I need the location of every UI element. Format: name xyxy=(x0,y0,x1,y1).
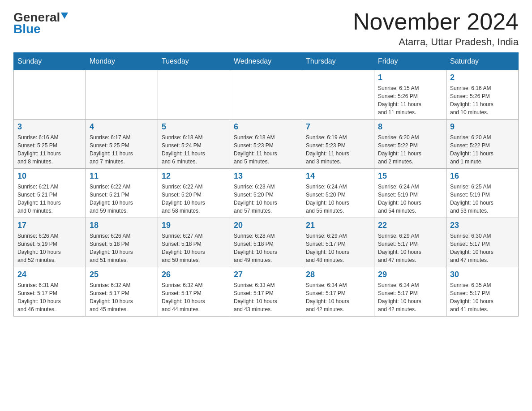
day-info: Sunrise: 6:24 AM Sunset: 5:20 PM Dayligh… xyxy=(306,183,370,215)
day-info: Sunrise: 6:18 AM Sunset: 5:24 PM Dayligh… xyxy=(162,133,226,166)
cell-week4-day5: 22Sunrise: 6:29 AM Sunset: 5:17 PM Dayli… xyxy=(374,218,446,267)
cell-week5-day6: 30Sunrise: 6:35 AM Sunset: 5:17 PM Dayli… xyxy=(446,267,519,317)
cell-week1-day6: 2Sunrise: 6:16 AM Sunset: 5:26 PM Daylig… xyxy=(446,70,519,120)
day-info: Sunrise: 6:20 AM Sunset: 5:22 PM Dayligh… xyxy=(378,133,442,166)
cell-week4-day3: 20Sunrise: 6:28 AM Sunset: 5:18 PM Dayli… xyxy=(230,218,302,267)
cell-week1-day4 xyxy=(302,70,374,120)
week-row-4: 17Sunrise: 6:26 AM Sunset: 5:19 PM Dayli… xyxy=(14,218,519,267)
day-number: 5 xyxy=(162,122,226,132)
day-number: 10 xyxy=(17,171,82,181)
cell-week2-day0: 3Sunrise: 6:16 AM Sunset: 5:25 PM Daylig… xyxy=(14,120,86,169)
day-number: 18 xyxy=(90,221,154,230)
day-number: 16 xyxy=(450,171,515,181)
week-row-1: 1Sunrise: 6:15 AM Sunset: 5:26 PM Daylig… xyxy=(14,70,519,120)
calendar-table: Sunday Monday Tuesday Wednesday Thursday… xyxy=(13,52,519,317)
header-thursday: Thursday xyxy=(302,53,374,70)
cell-week3-day1: 11Sunrise: 6:22 AM Sunset: 5:21 PM Dayli… xyxy=(86,169,158,218)
cell-week3-day3: 13Sunrise: 6:23 AM Sunset: 5:20 PM Dayli… xyxy=(230,169,302,218)
cell-week1-day3 xyxy=(230,70,302,120)
day-number: 6 xyxy=(234,122,298,132)
cell-week3-day2: 12Sunrise: 6:22 AM Sunset: 5:20 PM Dayli… xyxy=(158,169,230,218)
cell-week4-day2: 19Sunrise: 6:27 AM Sunset: 5:18 PM Dayli… xyxy=(158,218,230,267)
day-info: Sunrise: 6:34 AM Sunset: 5:17 PM Dayligh… xyxy=(306,281,370,313)
day-number: 17 xyxy=(17,221,82,230)
cell-week2-day3: 6Sunrise: 6:18 AM Sunset: 5:23 PM Daylig… xyxy=(230,120,302,169)
day-info: Sunrise: 6:31 AM Sunset: 5:17 PM Dayligh… xyxy=(17,281,82,313)
cell-week2-day1: 4Sunrise: 6:17 AM Sunset: 5:25 PM Daylig… xyxy=(86,120,158,169)
cell-week3-day5: 15Sunrise: 6:24 AM Sunset: 5:19 PM Dayli… xyxy=(374,169,446,218)
day-info: Sunrise: 6:28 AM Sunset: 5:18 PM Dayligh… xyxy=(234,232,298,264)
cell-week2-day2: 5Sunrise: 6:18 AM Sunset: 5:24 PM Daylig… xyxy=(158,120,230,169)
logo-triangle-icon xyxy=(61,13,68,19)
day-number: 11 xyxy=(90,171,154,181)
title-area: November 2024 Atarra, Uttar Pradesh, Ind… xyxy=(353,9,519,48)
month-title: November 2024 xyxy=(353,9,519,34)
week-row-3: 10Sunrise: 6:21 AM Sunset: 5:21 PM Dayli… xyxy=(14,169,519,218)
header-friday: Friday xyxy=(374,53,446,70)
day-info: Sunrise: 6:27 AM Sunset: 5:18 PM Dayligh… xyxy=(162,232,226,264)
cell-week1-day0 xyxy=(14,70,86,120)
day-number: 2 xyxy=(450,73,515,82)
day-info: Sunrise: 6:26 AM Sunset: 5:18 PM Dayligh… xyxy=(90,232,154,264)
day-info: Sunrise: 6:32 AM Sunset: 5:17 PM Dayligh… xyxy=(90,281,154,313)
day-number: 27 xyxy=(234,270,298,279)
cell-week3-day6: 16Sunrise: 6:25 AM Sunset: 5:19 PM Dayli… xyxy=(446,169,519,218)
cell-week5-day5: 29Sunrise: 6:34 AM Sunset: 5:17 PM Dayli… xyxy=(374,267,446,317)
cell-week5-day0: 24Sunrise: 6:31 AM Sunset: 5:17 PM Dayli… xyxy=(14,267,86,317)
day-info: Sunrise: 6:23 AM Sunset: 5:20 PM Dayligh… xyxy=(234,183,298,215)
cell-week5-day2: 26Sunrise: 6:32 AM Sunset: 5:17 PM Dayli… xyxy=(158,267,230,317)
cell-week3-day4: 14Sunrise: 6:24 AM Sunset: 5:20 PM Dayli… xyxy=(302,169,374,218)
day-number: 8 xyxy=(378,122,442,132)
header-sunday: Sunday xyxy=(14,53,86,70)
day-info: Sunrise: 6:30 AM Sunset: 5:17 PM Dayligh… xyxy=(450,232,515,264)
day-number: 29 xyxy=(378,270,442,279)
day-info: Sunrise: 6:18 AM Sunset: 5:23 PM Dayligh… xyxy=(234,133,298,166)
day-info: Sunrise: 6:34 AM Sunset: 5:17 PM Dayligh… xyxy=(378,281,442,313)
cell-week1-day2 xyxy=(158,70,230,120)
day-info: Sunrise: 6:19 AM Sunset: 5:23 PM Dayligh… xyxy=(306,133,370,166)
cell-week2-day4: 7Sunrise: 6:19 AM Sunset: 5:23 PM Daylig… xyxy=(302,120,374,169)
cell-week5-day1: 25Sunrise: 6:32 AM Sunset: 5:17 PM Dayli… xyxy=(86,267,158,317)
cell-week2-day6: 9Sunrise: 6:20 AM Sunset: 5:22 PM Daylig… xyxy=(446,120,519,169)
cell-week5-day3: 27Sunrise: 6:33 AM Sunset: 5:17 PM Dayli… xyxy=(230,267,302,317)
logo-blue: Blue xyxy=(13,22,41,36)
day-number: 23 xyxy=(450,221,515,230)
day-info: Sunrise: 6:32 AM Sunset: 5:17 PM Dayligh… xyxy=(162,281,226,313)
weekday-header-row: Sunday Monday Tuesday Wednesday Thursday… xyxy=(14,53,519,70)
day-number: 25 xyxy=(90,270,154,279)
cell-week4-day4: 21Sunrise: 6:29 AM Sunset: 5:17 PM Dayli… xyxy=(302,218,374,267)
cell-week1-day1 xyxy=(86,70,158,120)
day-number: 3 xyxy=(17,122,82,132)
day-number: 4 xyxy=(90,122,154,132)
day-info: Sunrise: 6:29 AM Sunset: 5:17 PM Dayligh… xyxy=(378,232,442,264)
day-info: Sunrise: 6:22 AM Sunset: 5:20 PM Dayligh… xyxy=(162,183,226,215)
day-info: Sunrise: 6:35 AM Sunset: 5:17 PM Dayligh… xyxy=(450,281,515,313)
cell-week4-day1: 18Sunrise: 6:26 AM Sunset: 5:18 PM Dayli… xyxy=(86,218,158,267)
day-info: Sunrise: 6:22 AM Sunset: 5:21 PM Dayligh… xyxy=(90,183,154,215)
day-info: Sunrise: 6:26 AM Sunset: 5:19 PM Dayligh… xyxy=(17,232,82,264)
day-info: Sunrise: 6:25 AM Sunset: 5:19 PM Dayligh… xyxy=(450,183,515,215)
day-number: 1 xyxy=(378,73,442,82)
day-number: 21 xyxy=(306,221,370,230)
day-info: Sunrise: 6:20 AM Sunset: 5:22 PM Dayligh… xyxy=(450,133,515,166)
cell-week2-day5: 8Sunrise: 6:20 AM Sunset: 5:22 PM Daylig… xyxy=(374,120,446,169)
day-number: 19 xyxy=(162,221,226,230)
cell-week3-day0: 10Sunrise: 6:21 AM Sunset: 5:21 PM Dayli… xyxy=(14,169,86,218)
day-number: 30 xyxy=(450,270,515,279)
day-number: 26 xyxy=(162,270,226,279)
day-number: 28 xyxy=(306,270,370,279)
day-number: 14 xyxy=(306,171,370,181)
day-info: Sunrise: 6:15 AM Sunset: 5:26 PM Dayligh… xyxy=(378,84,442,116)
header-tuesday: Tuesday xyxy=(158,53,230,70)
day-info: Sunrise: 6:29 AM Sunset: 5:17 PM Dayligh… xyxy=(306,232,370,264)
week-row-5: 24Sunrise: 6:31 AM Sunset: 5:17 PM Dayli… xyxy=(14,267,519,317)
cell-week4-day0: 17Sunrise: 6:26 AM Sunset: 5:19 PM Dayli… xyxy=(14,218,86,267)
cell-week5-day4: 28Sunrise: 6:34 AM Sunset: 5:17 PM Dayli… xyxy=(302,267,374,317)
day-info: Sunrise: 6:21 AM Sunset: 5:21 PM Dayligh… xyxy=(17,183,82,215)
day-number: 7 xyxy=(306,122,370,132)
day-number: 24 xyxy=(17,270,82,279)
day-info: Sunrise: 6:16 AM Sunset: 5:25 PM Dayligh… xyxy=(17,133,82,166)
day-info: Sunrise: 6:17 AM Sunset: 5:25 PM Dayligh… xyxy=(90,133,154,166)
day-number: 22 xyxy=(378,221,442,230)
header-saturday: Saturday xyxy=(446,53,519,70)
